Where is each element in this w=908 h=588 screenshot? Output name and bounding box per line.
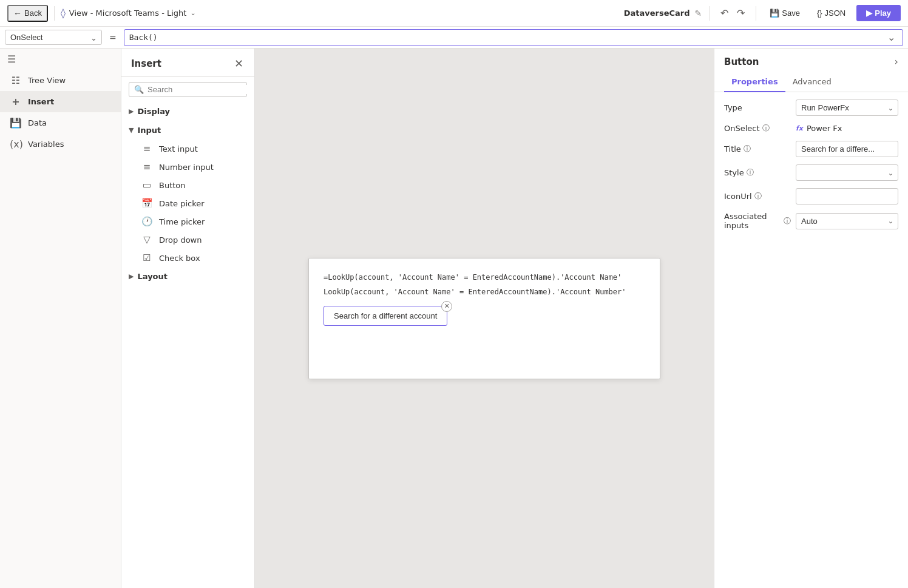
section-display[interactable]: ▶ Display [121, 102, 254, 121]
card-search-button[interactable]: Search for a different account [324, 306, 447, 326]
save-icon: 💾 [770, 8, 779, 18]
insert-item-time-picker-label: Time picker [159, 217, 205, 226]
hamburger-icon: ☰ [7, 53, 16, 65]
tab-properties[interactable]: Properties [724, 72, 785, 92]
insert-title: Insert [131, 58, 161, 69]
section-layout-label: Layout [137, 272, 168, 281]
search-icon: 🔍 [134, 85, 144, 94]
sidebar-item-variables[interactable]: (x) Variables [0, 133, 121, 155]
prop-input-iconurl[interactable] [796, 188, 898, 204]
undo-button[interactable]: ↶ [717, 5, 732, 21]
right-panel: Button › Properties Advanced Type Run Po… [714, 49, 908, 588]
json-label: JSON [825, 8, 846, 18]
insert-header: Insert ✕ [121, 49, 254, 77]
prop-select-type[interactable]: Run PowerFx [796, 100, 898, 116]
prop-label-style: Style ⓘ [724, 167, 791, 178]
insert-item-text-input[interactable]: ≡ Text input [121, 140, 254, 158]
formula-input[interactable] [129, 33, 885, 42]
search-input[interactable] [147, 85, 249, 94]
fx-icon: fx [796, 124, 803, 132]
formula-bar: OnSelect ⌄ = ⌄ [0, 27, 908, 49]
prop-select-associated-inputs[interactable]: Auto [796, 213, 898, 229]
back-arrow-icon: ← [13, 8, 22, 18]
prop-label-associated-inputs: Associated inputs ⓘ [724, 212, 791, 230]
prop-onselect-info-icon: ⓘ [762, 123, 770, 133]
save-label: Save [782, 8, 800, 18]
insert-scroll: ▶ Display ▼ Input ≡ Text input ≡ Number … [121, 102, 254, 588]
prop-style-text: Style [724, 168, 744, 177]
insert-item-button[interactable]: ▭ Button [121, 176, 254, 194]
insert-item-number-input[interactable]: ≡ Number input [121, 158, 254, 176]
edit-icon[interactable]: ✎ [695, 8, 702, 18]
insert-item-number-input-label: Number input [159, 163, 214, 172]
prop-input-title[interactable] [796, 141, 898, 157]
right-panel-header: Button › [714, 49, 908, 67]
prop-value-title [796, 141, 898, 157]
prop-value-associated-inputs: Auto ⌄ [796, 213, 898, 229]
prop-associated-inputs-text: Associated inputs [724, 212, 781, 230]
equals-sign: = [107, 33, 119, 42]
panel-chevron-icon[interactable]: › [895, 56, 898, 67]
insert-item-dropdown-label: Drop down [159, 235, 202, 245]
insert-panel: Insert ✕ 🔍 ▶ Display ▼ Input ≡ Text inpu… [121, 49, 255, 588]
formula-input-wrapper: ⌄ [124, 29, 903, 46]
sidebar-item-treeview[interactable]: ☷ Tree View [0, 70, 121, 91]
treeview-icon: ☷ [10, 75, 22, 86]
prop-row-associated-inputs: Associated inputs ⓘ Auto ⌄ [724, 212, 898, 230]
canvas-area[interactable]: =LookUp(account, 'Account Name' = Entere… [255, 49, 714, 588]
undo-redo-group: ↶ ↷ [717, 5, 748, 21]
topbar-right: DataverseCard ✎ ↶ ↷ 💾 Save {} JSON ▶ Pla… [624, 5, 901, 21]
redo-button[interactable]: ↷ [733, 5, 748, 21]
main-layout: ☰ ☷ Tree View + Insert 💾 Data (x) Variab… [0, 49, 908, 588]
json-button[interactable]: {} JSON [811, 6, 852, 20]
teams-icon: ◊ [61, 7, 66, 19]
play-button[interactable]: ▶ Play [856, 5, 901, 21]
view-chevron-icon[interactable]: ⌄ [190, 9, 195, 17]
insert-close-button[interactable]: ✕ [233, 56, 245, 72]
topbar: ← Back ◊ View - Microsoft Teams - Light … [0, 0, 908, 27]
insert-item-date-picker[interactable]: 📅 Date picker [121, 194, 254, 212]
insert-item-time-picker[interactable]: 🕐 Time picker [121, 212, 254, 231]
prop-select-associated-inputs-wrapper: Auto ⌄ [796, 213, 898, 229]
tab-advanced[interactable]: Advanced [785, 72, 839, 92]
sidebar-item-data[interactable]: 💾 Data [0, 112, 121, 133]
formula-select[interactable]: OnSelect [5, 30, 102, 45]
sidebar-item-variables-label: Variables [28, 140, 64, 149]
insert-item-dropdown[interactable]: ▽ Drop down [121, 231, 254, 249]
sidebar-toggle[interactable]: ☰ [0, 49, 121, 70]
prop-type-text: Type [724, 103, 742, 112]
insert-item-checkbox[interactable]: ☑ Check box [121, 249, 254, 267]
panel-title: Button [724, 56, 759, 67]
prop-style-info-icon: ⓘ [747, 167, 754, 178]
prop-iconurl-text: IconUrl [724, 192, 752, 201]
prop-label-iconurl: IconUrl ⓘ [724, 191, 791, 201]
variables-icon: (x) [10, 138, 22, 150]
button-icon: ▭ [141, 180, 153, 191]
sidebar-item-insert-label: Insert [28, 97, 54, 106]
back-button[interactable]: ← Back [7, 5, 48, 22]
prop-row-type: Type Run PowerFx ⌄ [724, 100, 898, 116]
prop-row-title: Title ⓘ [724, 141, 898, 157]
json-icon: {} [817, 8, 822, 18]
save-button[interactable]: 💾 Save [764, 6, 806, 20]
sidebar-item-insert[interactable]: + Insert [0, 91, 121, 112]
section-layout[interactable]: ▶ Layout [121, 267, 254, 286]
section-input[interactable]: ▼ Input [121, 121, 254, 140]
tab-properties-label: Properties [731, 77, 778, 86]
formula-expand-button[interactable]: ⌄ [885, 32, 898, 43]
fx-value-label[interactable]: Power Fx [807, 124, 842, 133]
card-close-circle[interactable]: ✕ [441, 301, 452, 312]
prop-select-style[interactable] [796, 164, 898, 181]
topbar-left: ← Back ◊ View - Microsoft Teams - Light … [7, 5, 196, 22]
insert-item-checkbox-label: Check box [159, 254, 200, 263]
prop-title-text: Title [724, 144, 741, 154]
input-chevron-icon: ▼ [129, 126, 134, 134]
card-container: =LookUp(account, 'Account Name' = Entere… [308, 258, 660, 379]
prop-value-style: ⌄ [796, 164, 898, 181]
number-input-icon: ≡ [141, 161, 153, 172]
insert-icon: + [10, 96, 22, 107]
formula-select-wrapper: OnSelect ⌄ [5, 30, 102, 45]
prop-iconurl-info-icon: ⓘ [754, 191, 762, 201]
topbar-divider3 [756, 6, 756, 21]
prop-row-iconurl: IconUrl ⓘ [724, 188, 898, 204]
